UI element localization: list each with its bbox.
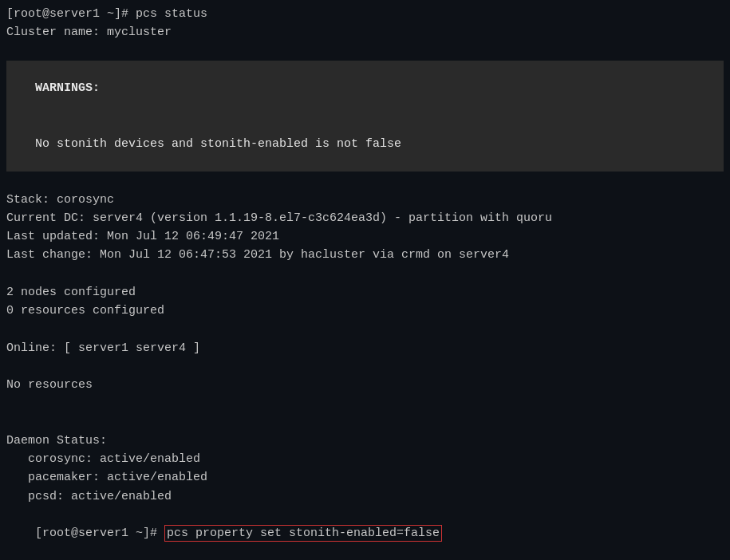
prompt-24: [root@server1 ~]# (35, 526, 164, 540)
line-11 (6, 265, 724, 283)
terminal-window[interactable]: [root@server1 ~]# pcs status Cluster nam… (0, 0, 730, 560)
line-18 (6, 394, 724, 412)
line-12: 2 nodes configured (6, 283, 724, 302)
line-21: corosync: active/enabled (6, 450, 724, 468)
line-9: Last updated: Mon Jul 12 06:49:47 2021 (6, 227, 724, 246)
line-14 (6, 320, 724, 338)
line-17: No resources (6, 376, 724, 394)
line-16 (6, 357, 724, 376)
line-19 (6, 413, 724, 432)
line-13: 0 resources configured (6, 302, 724, 320)
line-2: Cluster name: mycluster (6, 23, 724, 41)
line-15: Online: [ server1 server4 ] (6, 339, 724, 357)
warning-label: WARNINGS: (35, 81, 100, 95)
command-boxed-24: pcs property set stonith-enabled=false (164, 525, 442, 542)
line-3 (6, 42, 724, 61)
line-20: Daemon Status: (6, 432, 724, 450)
line-7: Stack: corosync (6, 191, 724, 209)
line-6 (6, 172, 724, 190)
line-8: Current DC: server4 (version 1.1.19-8.el… (6, 209, 724, 227)
line-24-command: [root@server1 ~]# pcs property set stoni… (6, 506, 724, 560)
line-22: pacemaker: active/enabled (6, 468, 724, 487)
line-1: [root@server1 ~]# pcs status (6, 5, 724, 23)
warning-text: No stonith devices and stonith-enabled i… (35, 137, 401, 151)
line-23: pcsd: active/enabled (6, 487, 724, 506)
line-10: Last change: Mon Jul 12 06:47:53 2021 by… (6, 246, 724, 264)
warning-block: WARNINGS: No stonith devices and stonith… (6, 61, 724, 172)
